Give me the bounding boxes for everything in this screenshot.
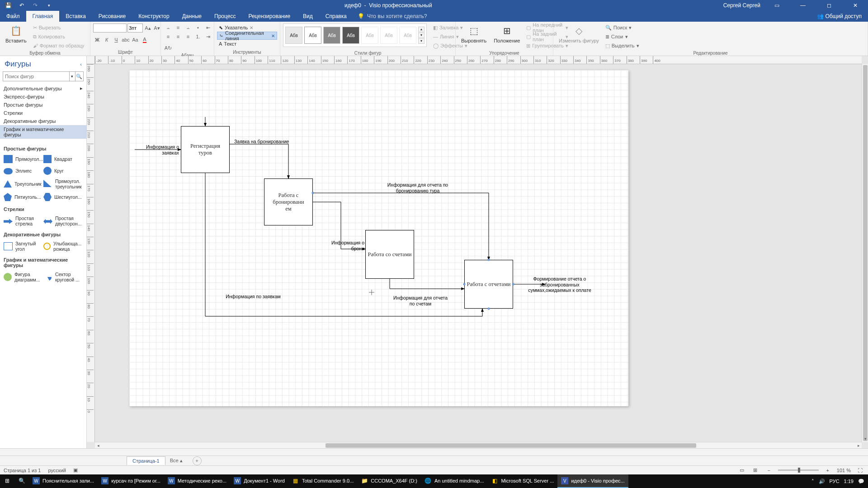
font-family-select[interactable] xyxy=(93,23,127,33)
tab-process[interactable]: Процесс xyxy=(208,11,242,22)
shape-rectangle[interactable]: Прямоугол... xyxy=(3,153,42,165)
taskbar-item[interactable]: 🌐An untitled mindmap... xyxy=(421,474,487,488)
fit-page-icon[interactable]: ⛶ xyxy=(855,467,864,474)
bold-button[interactable]: Ж xyxy=(93,36,101,44)
copy-button[interactable]: ⧉ Копировать xyxy=(31,33,86,41)
qat-more-icon[interactable]: ▾ xyxy=(44,1,53,10)
tray-chevron-icon[interactable]: ˄ xyxy=(811,479,814,484)
taskbar-item[interactable]: 📁CCCOMA_X64F (D:) xyxy=(357,474,421,488)
gallery-more-icon[interactable]: ▾ xyxy=(418,38,425,44)
tab-design[interactable]: Конструктор xyxy=(132,11,175,22)
page-tab-all[interactable]: Все ▴ xyxy=(165,456,187,465)
layers-button[interactable]: ≣ Слои ▾ xyxy=(604,33,641,41)
zoom-slider[interactable] xyxy=(778,469,819,471)
shape-folded-corner[interactable]: Загнутый угол xyxy=(3,239,42,253)
diagram-text-a23[interactable]: Информация о брони xyxy=(319,240,364,251)
vscroll-thumb[interactable] xyxy=(863,65,868,441)
user-name[interactable]: Сергей Сергей xyxy=(723,2,760,9)
diagram-text-out[interactable]: Формирование отчета о забронированных су… xyxy=(514,276,605,293)
tray-language[interactable]: РУС xyxy=(830,479,840,484)
ruler-horizontal[interactable]: -20-100102030405060708090100110120130140… xyxy=(95,56,862,64)
scroll-down-icon[interactable]: ▾ xyxy=(862,436,868,442)
underline-button[interactable]: Ч xyxy=(112,36,120,44)
shapes-search-input[interactable] xyxy=(3,72,69,81)
ruler-vertical[interactable]: 2602502402302202102001901801701601501401… xyxy=(87,64,95,442)
style-swatch[interactable]: Абв xyxy=(342,27,359,44)
undo-icon[interactable]: ↶ xyxy=(17,1,26,10)
zoom-out-button[interactable]: − xyxy=(764,467,774,474)
connector-tool[interactable]: ⤷ Соединительная линия✕ xyxy=(217,32,277,40)
tell-me-search[interactable]: 💡 Что вы хотите сделать? xyxy=(358,11,427,22)
style-swatch[interactable]: Абв xyxy=(380,27,397,44)
diagram-box-4[interactable]: Работа с отчетами xyxy=(464,260,513,309)
tab-draw[interactable]: Рисование xyxy=(92,11,132,22)
presentation-mode-icon[interactable]: ▭ xyxy=(737,467,746,474)
align-top-button[interactable]: ⫠ xyxy=(164,23,173,32)
save-icon[interactable]: 💾 xyxy=(4,1,13,10)
tray-clock[interactable]: 1:19 xyxy=(844,479,854,484)
search-dropdown-icon[interactable]: ▾ xyxy=(69,72,75,81)
diagram-text-bot[interactable]: Информация по заявкам xyxy=(208,294,298,300)
bullets-button[interactable]: • xyxy=(193,23,203,32)
stencil-basic[interactable]: Простые фигуры xyxy=(0,101,86,109)
align-right-button[interactable]: ≡ xyxy=(184,33,193,41)
share-button[interactable]: 👥 Общий доступ xyxy=(817,13,862,19)
stencil-math[interactable]: График и математические фигуры xyxy=(0,125,86,139)
style-swatch[interactable]: Абв xyxy=(399,27,416,44)
shape-ellipse[interactable]: Эллипс xyxy=(3,165,42,177)
vertical-scrollbar[interactable]: ▴ ▾ xyxy=(862,64,868,442)
style-swatch[interactable]: Абв xyxy=(361,27,378,44)
macro-record-icon[interactable]: ▣ xyxy=(73,467,78,473)
zoom-level[interactable]: 101 % xyxy=(837,468,851,473)
close-icon[interactable]: ✕ xyxy=(845,0,865,11)
drawing-area[interactable]: -20-100102030405060708090100110120130140… xyxy=(87,56,868,448)
shape-right-triangle[interactable]: Прямоугол. треугольник xyxy=(42,177,82,191)
tab-insert[interactable]: Вставка xyxy=(59,11,92,22)
horizontal-scrollbar[interactable]: ◂ ▸ xyxy=(95,442,862,448)
case-button[interactable]: Aa xyxy=(131,36,139,44)
tray-notifications-icon[interactable]: 💬 xyxy=(858,479,864,484)
stencil-arrows[interactable]: Стрелки xyxy=(0,109,86,117)
indent-dec-button[interactable]: ⇤ xyxy=(203,23,212,32)
gallery-up-icon[interactable]: ▴ xyxy=(418,27,425,32)
zoom-in-button[interactable]: + xyxy=(823,467,832,474)
status-language[interactable]: русский xyxy=(48,468,66,473)
taskbar-item-active[interactable]: Vидеф0 - Visio профес... xyxy=(557,474,628,488)
tab-review[interactable]: Рецензирование xyxy=(242,11,297,22)
align-bottom-button[interactable]: ⫠ xyxy=(184,23,193,32)
diagram-box-1[interactable]: Регистрация туров xyxy=(181,126,230,173)
text-tool[interactable]: A Текст xyxy=(217,40,238,48)
minimize-icon[interactable]: ― xyxy=(793,0,813,11)
ribbon-options-icon[interactable]: ▭ xyxy=(767,0,787,11)
align-center-button[interactable]: ≡ xyxy=(174,33,183,41)
diagram-text-in[interactable]: Информация о заявках xyxy=(133,144,179,155)
taskbar-item[interactable]: WМетодические реко... xyxy=(164,474,230,488)
tab-view[interactable]: Вид xyxy=(297,11,319,22)
taskbar-item[interactable]: WДокумент1 - Word xyxy=(230,474,288,488)
stencil-express[interactable]: Экспресс-фигуры xyxy=(0,93,86,101)
page-tab-1[interactable]: Страница-1 xyxy=(127,456,165,465)
canvas-viewport[interactable]: Регистрация туров Работа с бронировани е… xyxy=(95,64,862,442)
shapes-search[interactable]: ▾ 🔍 xyxy=(3,71,84,81)
search-go-icon[interactable]: 🔍 xyxy=(75,72,83,81)
find-button[interactable]: 🔍 Поиск ▾ xyxy=(604,23,641,32)
font-color-button[interactable]: A xyxy=(141,36,149,44)
taskbar-item[interactable]: ◧Microsoft SQL Server ... xyxy=(487,474,557,488)
taskbar-item[interactable]: ▦Total Commander 9.0... xyxy=(288,474,357,488)
diagram-box-3[interactable]: Работа со счетами xyxy=(365,230,414,279)
shape-pentagon[interactable]: Пятиуголь... xyxy=(3,191,42,203)
shape-hexagon[interactable]: Шестиугол... xyxy=(42,191,82,203)
page-tab-add[interactable]: ＋ xyxy=(193,456,202,465)
select-button[interactable]: ⬚ Выделить ▾ xyxy=(604,42,641,50)
redo-icon[interactable]: ↷ xyxy=(31,1,40,10)
shape-arrow[interactable]: Простая стрелка xyxy=(3,214,42,228)
diagram-text-acc[interactable]: Информация для отчета по счетам xyxy=(380,295,461,306)
style-swatch[interactable]: Абв xyxy=(323,27,340,44)
taskbar-item[interactable]: Wкурсач пз [Режим ог... xyxy=(98,474,164,488)
diagram-text-a12[interactable]: Заявка на бронирование xyxy=(234,139,307,145)
align-left-button[interactable]: ≡ xyxy=(164,33,173,41)
stencil-decorative[interactable]: Декоративные фигуры xyxy=(0,117,86,125)
align-button[interactable]: ⬚ Выровнять xyxy=(458,23,489,44)
view-mode-icon[interactable]: ⊞ xyxy=(751,467,760,474)
shapes-collapse-icon[interactable]: ‹ xyxy=(80,61,82,67)
